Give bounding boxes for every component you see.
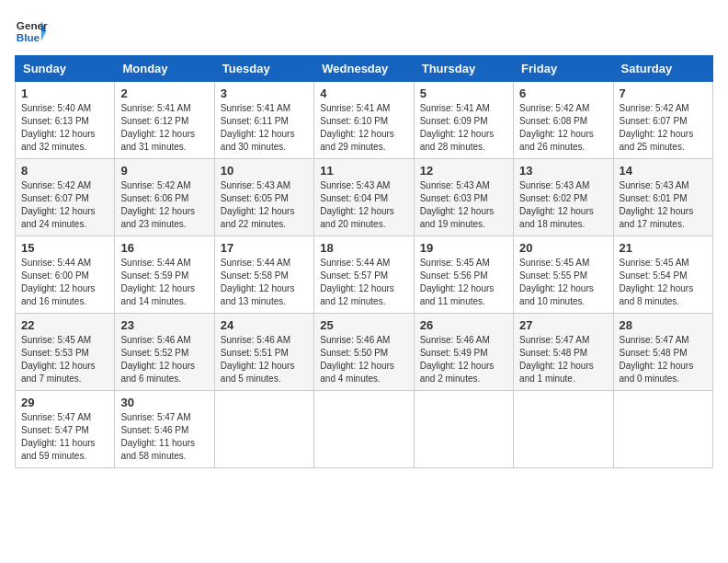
day-info: Sunrise: 5:43 AM Sunset: 6:04 PM Dayligh… bbox=[320, 179, 407, 231]
weekday-header-tuesday: Tuesday bbox=[214, 56, 313, 82]
calendar-cell: 19Sunrise: 5:45 AM Sunset: 5:56 PM Dayli… bbox=[414, 236, 513, 314]
day-info: Sunrise: 5:47 AM Sunset: 5:48 PM Dayligh… bbox=[519, 334, 607, 385]
weekday-header-monday: Monday bbox=[115, 56, 214, 82]
day-number: 2 bbox=[120, 86, 208, 100]
calendar-cell: 12Sunrise: 5:43 AM Sunset: 6:03 PM Dayli… bbox=[414, 159, 513, 236]
day-number: 20 bbox=[519, 241, 607, 255]
calendar-cell: 8Sunrise: 5:42 AM Sunset: 6:07 PM Daylig… bbox=[16, 159, 115, 236]
day-number: 11 bbox=[320, 164, 407, 178]
calendar-cell: 16Sunrise: 5:44 AM Sunset: 5:59 PM Dayli… bbox=[115, 236, 214, 314]
calendar-week-5: 29Sunrise: 5:47 AM Sunset: 5:47 PM Dayli… bbox=[16, 391, 713, 468]
day-info: Sunrise: 5:46 AM Sunset: 5:50 PM Dayligh… bbox=[320, 334, 407, 385]
calendar-week-3: 15Sunrise: 5:44 AM Sunset: 6:00 PM Dayli… bbox=[16, 236, 713, 314]
day-number: 17 bbox=[221, 241, 308, 255]
calendar-cell: 3Sunrise: 5:41 AM Sunset: 6:11 PM Daylig… bbox=[214, 82, 313, 159]
day-info: Sunrise: 5:45 AM Sunset: 5:54 PM Dayligh… bbox=[620, 257, 707, 308]
day-info: Sunrise: 5:45 AM Sunset: 5:53 PM Dayligh… bbox=[21, 334, 108, 385]
day-info: Sunrise: 5:43 AM Sunset: 6:01 PM Dayligh… bbox=[620, 179, 707, 231]
calendar-cell: 1Sunrise: 5:40 AM Sunset: 6:13 PM Daylig… bbox=[16, 82, 115, 159]
calendar-cell: 7Sunrise: 5:42 AM Sunset: 6:07 PM Daylig… bbox=[613, 82, 712, 159]
calendar-table: SundayMondayTuesdayWednesdayThursdayFrid… bbox=[15, 55, 713, 468]
page-header: General Blue bbox=[15, 15, 713, 48]
logo: General Blue bbox=[15, 15, 48, 48]
calendar-cell: 9Sunrise: 5:42 AM Sunset: 6:06 PM Daylig… bbox=[115, 159, 214, 236]
calendar-cell: 11Sunrise: 5:43 AM Sunset: 6:04 PM Dayli… bbox=[314, 159, 414, 236]
day-number: 15 bbox=[21, 241, 108, 255]
day-info: Sunrise: 5:41 AM Sunset: 6:12 PM Dayligh… bbox=[120, 102, 208, 154]
day-info: Sunrise: 5:42 AM Sunset: 6:07 PM Dayligh… bbox=[620, 102, 707, 154]
calendar-cell: 10Sunrise: 5:43 AM Sunset: 6:05 PM Dayli… bbox=[214, 159, 313, 236]
day-number: 30 bbox=[120, 396, 208, 409]
day-info: Sunrise: 5:47 AM Sunset: 5:48 PM Dayligh… bbox=[620, 334, 707, 385]
weekday-header-thursday: Thursday bbox=[414, 56, 513, 82]
calendar-cell: 20Sunrise: 5:45 AM Sunset: 5:55 PM Dayli… bbox=[514, 236, 613, 314]
day-number: 8 bbox=[21, 164, 108, 178]
calendar-cell: 14Sunrise: 5:43 AM Sunset: 6:01 PM Dayli… bbox=[613, 159, 712, 236]
day-number: 29 bbox=[21, 396, 108, 409]
calendar-cell: 4Sunrise: 5:41 AM Sunset: 6:10 PM Daylig… bbox=[314, 82, 414, 159]
day-info: Sunrise: 5:45 AM Sunset: 5:56 PM Dayligh… bbox=[420, 257, 507, 308]
weekday-header-saturday: Saturday bbox=[613, 56, 712, 82]
day-info: Sunrise: 5:40 AM Sunset: 6:13 PM Dayligh… bbox=[21, 102, 108, 154]
calendar-cell bbox=[314, 391, 414, 468]
calendar-cell: 28Sunrise: 5:47 AM Sunset: 5:48 PM Dayli… bbox=[613, 314, 712, 391]
calendar-cell: 6Sunrise: 5:42 AM Sunset: 6:08 PM Daylig… bbox=[514, 82, 613, 159]
calendar-cell: 17Sunrise: 5:44 AM Sunset: 5:58 PM Dayli… bbox=[214, 236, 313, 314]
calendar-cell: 13Sunrise: 5:43 AM Sunset: 6:02 PM Dayli… bbox=[514, 159, 613, 236]
day-number: 10 bbox=[221, 164, 308, 178]
day-number: 7 bbox=[620, 86, 707, 100]
day-number: 28 bbox=[620, 318, 707, 332]
calendar-cell: 25Sunrise: 5:46 AM Sunset: 5:50 PM Dayli… bbox=[314, 314, 414, 391]
day-info: Sunrise: 5:44 AM Sunset: 5:57 PM Dayligh… bbox=[320, 257, 407, 308]
logo-icon: General Blue bbox=[15, 15, 48, 48]
svg-text:Blue: Blue bbox=[17, 31, 40, 43]
day-number: 1 bbox=[21, 86, 108, 100]
day-number: 4 bbox=[320, 86, 407, 100]
day-number: 24 bbox=[221, 318, 308, 332]
day-info: Sunrise: 5:44 AM Sunset: 5:58 PM Dayligh… bbox=[221, 257, 308, 308]
day-info: Sunrise: 5:46 AM Sunset: 5:49 PM Dayligh… bbox=[420, 334, 507, 385]
calendar-cell: 18Sunrise: 5:44 AM Sunset: 5:57 PM Dayli… bbox=[314, 236, 414, 314]
calendar-header-row: SundayMondayTuesdayWednesdayThursdayFrid… bbox=[16, 56, 713, 82]
day-info: Sunrise: 5:44 AM Sunset: 6:00 PM Dayligh… bbox=[21, 257, 108, 308]
day-info: Sunrise: 5:42 AM Sunset: 6:06 PM Dayligh… bbox=[120, 179, 208, 231]
calendar-cell: 21Sunrise: 5:45 AM Sunset: 5:54 PM Dayli… bbox=[613, 236, 712, 314]
day-number: 27 bbox=[519, 318, 607, 332]
day-number: 13 bbox=[519, 164, 607, 178]
svg-marker-3 bbox=[41, 31, 46, 41]
day-number: 9 bbox=[120, 164, 208, 178]
day-number: 26 bbox=[420, 318, 507, 332]
day-info: Sunrise: 5:46 AM Sunset: 5:51 PM Dayligh… bbox=[221, 334, 308, 385]
day-info: Sunrise: 5:44 AM Sunset: 5:59 PM Dayligh… bbox=[120, 257, 208, 308]
calendar-body: 1Sunrise: 5:40 AM Sunset: 6:13 PM Daylig… bbox=[16, 82, 713, 468]
day-number: 3 bbox=[221, 86, 308, 100]
day-info: Sunrise: 5:42 AM Sunset: 6:08 PM Dayligh… bbox=[519, 102, 607, 154]
calendar-cell bbox=[613, 391, 712, 468]
calendar-cell: 29Sunrise: 5:47 AM Sunset: 5:47 PM Dayli… bbox=[16, 391, 115, 468]
calendar-cell: 26Sunrise: 5:46 AM Sunset: 5:49 PM Dayli… bbox=[414, 314, 513, 391]
day-number: 18 bbox=[320, 241, 407, 255]
weekday-header-sunday: Sunday bbox=[16, 56, 115, 82]
day-info: Sunrise: 5:43 AM Sunset: 6:02 PM Dayligh… bbox=[519, 179, 607, 231]
calendar-cell: 2Sunrise: 5:41 AM Sunset: 6:12 PM Daylig… bbox=[115, 82, 214, 159]
day-number: 22 bbox=[21, 318, 108, 332]
calendar-week-1: 1Sunrise: 5:40 AM Sunset: 6:13 PM Daylig… bbox=[16, 82, 713, 159]
calendar-week-2: 8Sunrise: 5:42 AM Sunset: 6:07 PM Daylig… bbox=[16, 159, 713, 236]
calendar-cell: 22Sunrise: 5:45 AM Sunset: 5:53 PM Dayli… bbox=[16, 314, 115, 391]
calendar-cell: 5Sunrise: 5:41 AM Sunset: 6:09 PM Daylig… bbox=[414, 82, 513, 159]
day-number: 23 bbox=[120, 318, 208, 332]
weekday-header-friday: Friday bbox=[514, 56, 613, 82]
day-info: Sunrise: 5:41 AM Sunset: 6:11 PM Dayligh… bbox=[221, 102, 308, 154]
calendar-cell bbox=[414, 391, 513, 468]
day-number: 14 bbox=[620, 164, 707, 178]
day-info: Sunrise: 5:41 AM Sunset: 6:10 PM Dayligh… bbox=[320, 102, 407, 154]
day-info: Sunrise: 5:43 AM Sunset: 6:05 PM Dayligh… bbox=[221, 179, 308, 231]
calendar-cell: 23Sunrise: 5:46 AM Sunset: 5:52 PM Dayli… bbox=[115, 314, 214, 391]
day-info: Sunrise: 5:42 AM Sunset: 6:07 PM Dayligh… bbox=[21, 179, 108, 231]
day-number: 5 bbox=[420, 86, 507, 100]
calendar-cell bbox=[514, 391, 613, 468]
day-info: Sunrise: 5:45 AM Sunset: 5:55 PM Dayligh… bbox=[519, 257, 607, 308]
calendar-cell: 30Sunrise: 5:47 AM Sunset: 5:46 PM Dayli… bbox=[115, 391, 214, 468]
day-info: Sunrise: 5:41 AM Sunset: 6:09 PM Dayligh… bbox=[420, 102, 507, 154]
day-number: 19 bbox=[420, 241, 507, 255]
